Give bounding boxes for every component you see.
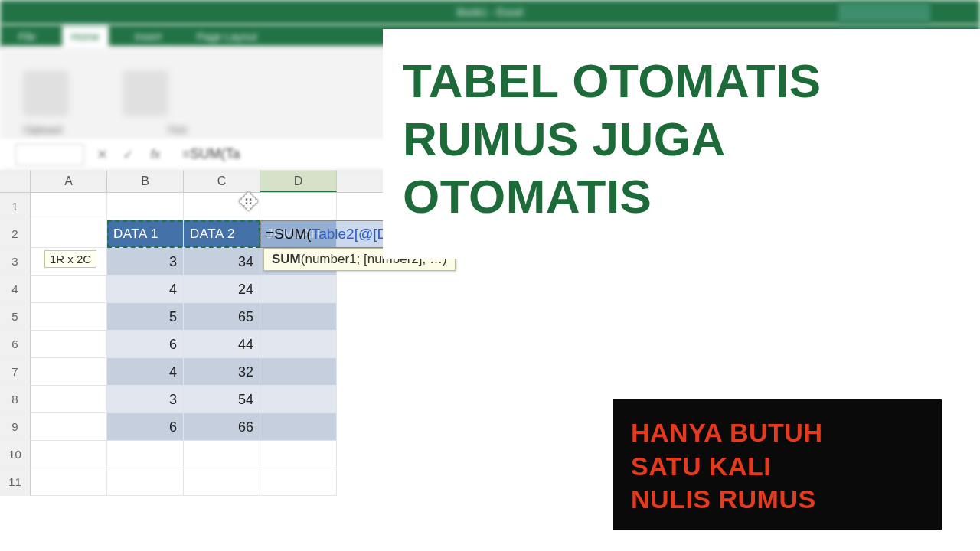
row-header[interactable]: 6 (0, 331, 31, 358)
cell[interactable] (31, 386, 107, 413)
cell[interactable] (107, 468, 184, 496)
cell-jumlah[interactable] (260, 358, 337, 386)
cell-data2[interactable]: 66 (184, 413, 260, 441)
window-title: Book1 - Excel (0, 0, 980, 24)
cell-data1[interactable]: 4 (107, 358, 184, 386)
title-line: RUMUS JUGA (403, 110, 960, 168)
group-label-clipboard: Clipboard (23, 125, 62, 135)
row-header[interactable]: 11 (0, 468, 31, 496)
cell-data1[interactable]: 3 (107, 248, 184, 276)
row-header[interactable]: 4 (0, 276, 31, 303)
row-header[interactable]: 3 (0, 248, 31, 276)
cell[interactable] (260, 193, 337, 220)
row-header[interactable]: 7 (0, 358, 31, 386)
cell-jumlah[interactable] (260, 303, 337, 331)
title-line: TABEL OTOMATIS (403, 52, 960, 110)
grid-row: 4 4 24 (0, 276, 980, 303)
cell[interactable] (31, 276, 107, 303)
cancel-icon[interactable]: ✕ (93, 146, 110, 163)
cell-data1[interactable]: 3 (107, 386, 184, 413)
cell[interactable] (107, 193, 184, 220)
cell-jumlah[interactable] (260, 276, 337, 303)
subtitle-card: HANYA BUTUH SATU KALI NULIS RUMUS (612, 399, 942, 530)
cell[interactable] (107, 441, 184, 468)
fx-icon[interactable]: fx (145, 148, 165, 161)
select-all-corner[interactable] (0, 170, 31, 192)
row-header[interactable]: 1 (0, 193, 31, 220)
context-tab-badge (838, 3, 930, 23)
row-header[interactable]: 8 (0, 386, 31, 413)
cell[interactable] (31, 303, 107, 331)
cell[interactable] (31, 220, 107, 248)
cell-jumlah[interactable] (260, 331, 337, 358)
col-header-c[interactable]: C (184, 170, 260, 192)
cell[interactable] (31, 441, 107, 468)
cell[interactable] (31, 331, 107, 358)
cell-data2[interactable]: 34 (184, 248, 260, 276)
table-header-data1[interactable]: DATA 1 (107, 220, 184, 248)
cell-data2[interactable]: 65 (184, 303, 260, 331)
row-header[interactable]: 5 (0, 303, 31, 331)
title-card: TABEL OTOMATIS RUMUS JUGA OTOMATIS (383, 29, 980, 259)
selection-size-tag: 1R x 2C (44, 250, 96, 268)
cell-data2[interactable]: 24 (184, 276, 260, 303)
cell-jumlah[interactable] (260, 386, 337, 413)
grid-row: 5 5 65 (0, 303, 980, 331)
cell-data1[interactable]: 5 (107, 303, 184, 331)
cell[interactable] (184, 193, 260, 220)
subtitle-line: SATU KALI (631, 450, 923, 484)
grid-row: 6 6 44 (0, 331, 980, 358)
subtitle-line: NULIS RUMUS (631, 483, 923, 517)
row-header[interactable]: 10 (0, 441, 31, 468)
enter-icon[interactable]: ✓ (119, 146, 136, 163)
cell[interactable] (31, 358, 107, 386)
col-header-d[interactable]: D (260, 170, 337, 192)
name-box[interactable] (15, 144, 84, 165)
row-header[interactable]: 9 (0, 413, 31, 441)
cell[interactable] (31, 413, 107, 441)
cell-data2[interactable]: 32 (184, 358, 260, 386)
cell[interactable] (184, 441, 260, 468)
title-line: OTOMATIS (403, 168, 960, 226)
title-bar: Book1 - Excel (0, 0, 980, 24)
paste-button[interactable] (23, 70, 69, 116)
cell[interactable] (31, 193, 107, 220)
row-header[interactable]: 2 (0, 220, 31, 248)
grid-row: 7 4 32 (0, 358, 980, 386)
tab-file[interactable]: File (9, 26, 45, 47)
cell[interactable] (260, 441, 337, 468)
subtitle-line: HANYA BUTUH (631, 416, 923, 450)
cell[interactable] (260, 468, 337, 496)
cell-data1[interactable]: 6 (107, 413, 184, 441)
table-header-data2[interactable]: DATA 2 (184, 220, 260, 248)
col-header-b[interactable]: B (107, 170, 184, 192)
cell-data2[interactable]: 54 (184, 386, 260, 413)
cell-data2[interactable]: 44 (184, 331, 260, 358)
font-group[interactable] (122, 70, 168, 116)
tooltip-fn-name: SUM (272, 252, 301, 266)
cell-data1[interactable]: 4 (107, 276, 184, 303)
tab-home[interactable]: Home (62, 26, 109, 47)
col-header-a[interactable]: A (31, 170, 107, 192)
group-label-font: Font (168, 125, 187, 135)
cell[interactable] (31, 468, 107, 496)
tab-page-layout[interactable]: Page Layout (188, 26, 266, 47)
cell-jumlah[interactable] (260, 413, 337, 441)
formula-prefix: =SUM( (266, 226, 312, 243)
tab-insert[interactable]: Insert (126, 26, 171, 47)
cell[interactable] (184, 468, 260, 496)
cell-data1[interactable]: 6 (107, 331, 184, 358)
